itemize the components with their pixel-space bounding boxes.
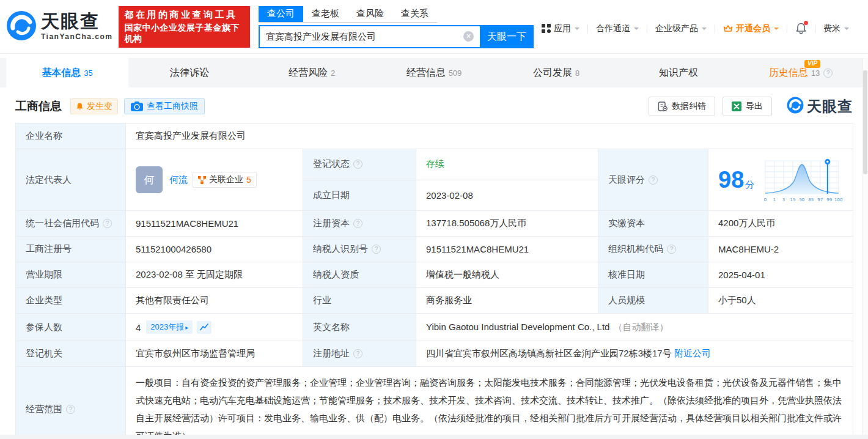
- tianyancha-watermark: 天眼查: [787, 97, 853, 116]
- score-unit: 分: [745, 179, 754, 190]
- help-icon[interactable]: [667, 245, 676, 254]
- establish-date-value: 2023-02-08: [416, 180, 598, 211]
- help-icon[interactable]: [103, 219, 112, 228]
- grid-icon: [542, 24, 551, 33]
- english-name-cell: Yibin Gaotou Industrial Development Co.,…: [416, 314, 853, 341]
- excel-icon: [732, 101, 741, 111]
- business-scope-value: 一般项目：自有资金投资的资产管理服务；企业管理；企业管理咨询；融资咨询服务；太阳…: [126, 367, 853, 439]
- help-icon[interactable]: [353, 219, 362, 228]
- nav-partner-channel[interactable]: 合作通道: [588, 23, 647, 34]
- nav-enterprise-products[interactable]: 企业级产品: [647, 23, 715, 34]
- nav-apps-label: 应用: [554, 23, 571, 34]
- help-icon[interactable]: [353, 160, 362, 169]
- table-row: 企业类型 其他有限责任公司 行业 商务服务业 人员规模 小于50人: [16, 288, 853, 314]
- field-label: 经营范围: [16, 367, 126, 439]
- legal-rep-link[interactable]: 何流: [169, 174, 188, 186]
- field-label: 企业名称: [16, 124, 126, 149]
- slogan-banner: 都在用的商业查询工具 国家中小企业发展子基金旗下机构: [119, 6, 250, 48]
- field-label: 注册地址: [303, 341, 416, 367]
- search-input[interactable]: [259, 25, 480, 48]
- status-badge: 存续: [426, 158, 444, 169]
- bell-icon: [795, 22, 807, 35]
- table-row: 登记机关 宜宾市叙州区市场监督管理局 注册地址 四川省宜宾市叙州区高场镇高新社区…: [16, 341, 853, 367]
- scrollbar-thumb[interactable]: [863, 70, 867, 174]
- tab-intellectual-property[interactable]: 知识产权: [617, 58, 740, 87]
- field-label: 注册资本: [303, 211, 416, 237]
- page-bottom-strip: [0, 435, 868, 439]
- business-term-value: 2023-02-08 至 无固定期限: [126, 262, 303, 288]
- search-button[interactable]: 天眼一下: [480, 25, 534, 48]
- change-alert-badge[interactable]: 发生变: [70, 98, 118, 114]
- chevron-down-icon: [634, 28, 639, 32]
- network-icon: [198, 176, 206, 184]
- search-tab-company[interactable]: 查公司: [259, 6, 303, 22]
- tab-label: 基本信息: [42, 67, 81, 79]
- legal-rep-cell: 何 何流 关联企业 5: [126, 149, 303, 211]
- related-companies-badge[interactable]: 关联企业 5: [193, 172, 257, 188]
- tab-business-info[interactable]: 经营信息 509: [373, 58, 495, 87]
- help-icon[interactable]: [649, 175, 658, 185]
- view-snapshot-label: 查看工商快照: [147, 101, 198, 112]
- chevron-down-icon: [702, 28, 707, 32]
- taxpayer-id-value: 91511521MAC8HEMU21: [416, 237, 598, 262]
- insured-count: 4: [136, 322, 141, 333]
- insured-cell: 4 2023年报 ▸: [126, 314, 303, 341]
- svg-text:1: 1: [773, 197, 776, 202]
- help-icon[interactable]: [823, 68, 833, 78]
- tianyancha-logo[interactable]: 天眼查 TianYanCha.com: [6, 10, 112, 43]
- nav-notifications[interactable]: [787, 22, 815, 35]
- search-tab-risk[interactable]: 查风险: [348, 6, 392, 22]
- svg-text:50: 50: [800, 197, 805, 202]
- field-label: 登记机关: [16, 341, 126, 367]
- crown-icon: [723, 24, 733, 33]
- tab-company-development[interactable]: 公司发展 8: [495, 58, 617, 87]
- export-button[interactable]: 导出: [723, 97, 772, 116]
- avatar[interactable]: 何: [136, 166, 163, 193]
- help-icon[interactable]: [353, 349, 362, 358]
- help-icon[interactable]: [66, 405, 75, 414]
- svg-text:3: 3: [782, 197, 785, 202]
- tab-label: 历史信息: [769, 67, 808, 79]
- search-tab-relation[interactable]: 查关系: [392, 6, 437, 22]
- business-info-section-header: 工商信息 发生变 查看工商快照: [0, 87, 868, 123]
- vertical-scrollbar[interactable]: [862, 58, 868, 439]
- view-snapshot-button[interactable]: 查看工商快照: [124, 98, 205, 114]
- tab-basic-info[interactable]: 基本信息 35: [6, 58, 128, 87]
- staff-size-value: 小于50人: [708, 288, 853, 314]
- table-row: 法定代表人 何 何流 关联企业 5: [16, 149, 853, 180]
- trend-chart-icon[interactable]: [197, 321, 211, 334]
- tab-legal-proceedings[interactable]: 法律诉讼: [128, 58, 251, 87]
- tab-count: 35: [84, 68, 92, 78]
- nav-apps[interactable]: 应用: [534, 23, 587, 34]
- help-icon[interactable]: [372, 245, 381, 254]
- tab-label: 经营风险: [289, 67, 328, 79]
- nav-user-menu[interactable]: 费米: [815, 23, 857, 34]
- field-label: 统一社会信用代码: [16, 211, 126, 237]
- slogan-line2: 国家中小企业发展子基金旗下机构: [124, 23, 245, 45]
- data-correction-label: 数据纠错: [672, 101, 706, 112]
- nearby-companies-link[interactable]: 附近公司: [674, 348, 711, 358]
- table-row: 参保人数 4 2023年报 ▸ 英文名称 Yibin Gaotou Indust…: [16, 314, 853, 341]
- nav-partner-label: 合作通道: [596, 23, 630, 34]
- annual-report-label: 2023年报: [150, 322, 184, 333]
- field-label: 纳税人资质: [303, 262, 416, 288]
- reg-address-value: 四川省宜宾市叙州区高场镇高新社区金润产业园72栋3楼17号: [426, 348, 672, 358]
- clear-search-icon[interactable]: ✕: [463, 31, 474, 42]
- search-block: 查公司 查老板 查风险 查关系 ✕ 天眼一下: [259, 6, 534, 48]
- tab-history-info[interactable]: VIP 历史信息 13: [740, 58, 862, 87]
- chevron-down-icon: [774, 28, 779, 32]
- business-registration-table: 企业名称 宜宾高投产业发展有限公司 法定代表人 何 何流 关联: [15, 123, 853, 439]
- score-axis-ticks: 0131550859799100: [764, 197, 843, 202]
- change-alert-label: 发生变: [87, 101, 112, 112]
- annual-report-badge[interactable]: 2023年报 ▸: [146, 320, 193, 334]
- field-label: 实缴资本: [598, 211, 708, 237]
- industry-value: 商务服务业: [416, 288, 598, 314]
- vip-badge: VIP: [804, 60, 820, 68]
- tab-label: 知识产权: [659, 67, 698, 79]
- field-label: 登记状态: [303, 149, 416, 180]
- nav-open-vip[interactable]: 开通会员: [715, 23, 787, 34]
- data-correction-button[interactable]: 数据纠错: [649, 97, 715, 116]
- search-tab-boss[interactable]: 查老板: [303, 6, 348, 22]
- tab-operation-risk[interactable]: 经营风险 2: [251, 58, 373, 87]
- table-row: 统一社会信用代码 91511521MAC8HEMU21 注册资本 137718.…: [16, 211, 853, 237]
